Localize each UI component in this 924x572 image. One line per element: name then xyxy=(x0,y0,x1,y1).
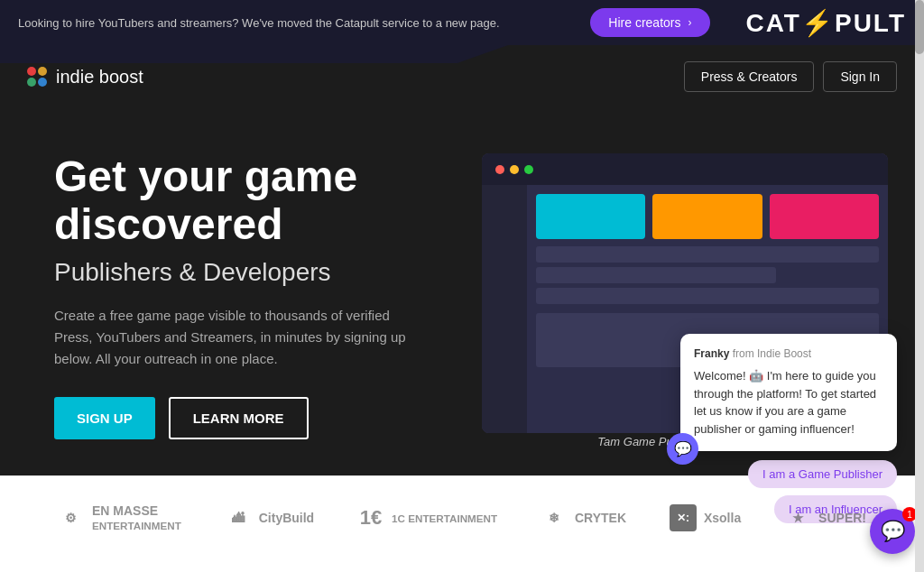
logo-1c: 1€ 1C ENTERTAINMENT xyxy=(357,504,497,531)
citybuild-icon: 🏙 xyxy=(225,504,252,531)
top-banner: Looking to hire YouTubers and streamers?… xyxy=(0,0,924,45)
scrollbar-thumb[interactable] xyxy=(915,0,924,54)
crytek-icon: ❄ xyxy=(541,504,568,531)
game-publisher-button[interactable]: I am a Game Publisher xyxy=(748,460,897,488)
signup-button[interactable]: SIGN UP xyxy=(54,397,155,439)
1c-icon: 1€ xyxy=(357,504,384,531)
dot-green xyxy=(27,78,36,87)
logo-super: ★ SUPER! xyxy=(784,504,866,531)
chat-bubble-button[interactable]: 💬 1 xyxy=(870,509,915,554)
banner-text: Looking to hire YouTubers and streamers?… xyxy=(18,16,500,30)
dash-cards xyxy=(536,194,879,239)
hero-title: Get your game discovered xyxy=(54,153,415,249)
chat-widget: Franky from Indie Boost Welcome! 🤖 I'm h… xyxy=(680,334,897,451)
hero-buttons: SIGN UP LEARN MORE xyxy=(54,397,415,439)
dot-red xyxy=(27,67,36,76)
logo-dots-icon xyxy=(27,67,47,87)
dot-blue xyxy=(38,78,47,87)
dash-sidebar xyxy=(482,185,527,433)
chat-icon: 💬 xyxy=(667,433,698,465)
catapult-logo: CAT⚡PULT xyxy=(746,8,907,38)
dash-dot-green xyxy=(524,165,533,174)
site-logo-text: indie boost xyxy=(56,67,143,88)
super-icon: ★ xyxy=(784,504,811,531)
logo-en-masse: ⚙ EN MASSEENTERTAINMENT xyxy=(58,503,181,532)
dash-dot-yellow xyxy=(510,165,519,174)
hero-text-block: Get your game discovered Publishers & De… xyxy=(54,153,415,439)
1c-label: 1C ENTERTAINMENT xyxy=(392,511,497,525)
dash-row-3 xyxy=(536,288,879,304)
logo-citybuild: 🏙 CityBuild xyxy=(225,504,314,531)
dash-card-pink xyxy=(770,194,879,239)
super-label: SUPER! xyxy=(818,511,866,525)
citybuild-label: CityBuild xyxy=(259,511,314,525)
dash-dot-red xyxy=(495,165,504,174)
dash-row-1 xyxy=(536,246,879,263)
signin-button[interactable]: Sign In xyxy=(823,61,897,92)
logo-area: indie boost xyxy=(27,67,143,88)
hero-subtitle: Publishers & Developers xyxy=(54,258,415,287)
dash-row-2 xyxy=(536,267,776,283)
hire-creators-button[interactable]: Hire creators › xyxy=(590,8,709,37)
logo-xsolla: ✕: Xsolla xyxy=(670,504,741,531)
arrow-icon: › xyxy=(688,16,692,29)
hero-image-area: 📊 📢 💎 💬 ▶ 💡 xyxy=(482,153,888,433)
learn-more-button[interactable]: LEARN MORE xyxy=(169,397,309,439)
hero-description: Create a free game page visible to thous… xyxy=(54,305,415,370)
chat-message: Welcome! 🤖 I'm here to guide you through… xyxy=(694,367,883,438)
dash-header xyxy=(482,153,888,185)
crytek-label: CRYTEK xyxy=(575,511,626,525)
dot-yellow xyxy=(38,67,47,76)
press-creators-button[interactable]: Press & Creators xyxy=(684,61,815,92)
chat-bubble-icon: 💬 xyxy=(881,520,905,543)
hero-section: Get your game discovered Publishers & De… xyxy=(0,108,924,475)
en-masse-label: EN MASSEENTERTAINMENT xyxy=(92,503,181,532)
chat-agent-name: Franky xyxy=(694,347,729,360)
dash-card-cyan xyxy=(536,194,645,239)
xsolla-label: Xsolla xyxy=(704,511,741,525)
nav-buttons: Press & Creators Sign In xyxy=(684,61,897,92)
chat-agent-place: from Indie Boost xyxy=(733,347,811,360)
chat-from: Franky from Indie Boost xyxy=(694,347,883,360)
dash-card-orange xyxy=(652,194,762,239)
en-masse-icon: ⚙ xyxy=(58,504,85,531)
hire-creators-label: Hire creators xyxy=(608,15,680,30)
scrollbar[interactable] xyxy=(915,0,924,559)
logo-crytek: ❄ CRYTEK xyxy=(541,504,626,531)
xsolla-icon: ✕: xyxy=(670,504,697,531)
